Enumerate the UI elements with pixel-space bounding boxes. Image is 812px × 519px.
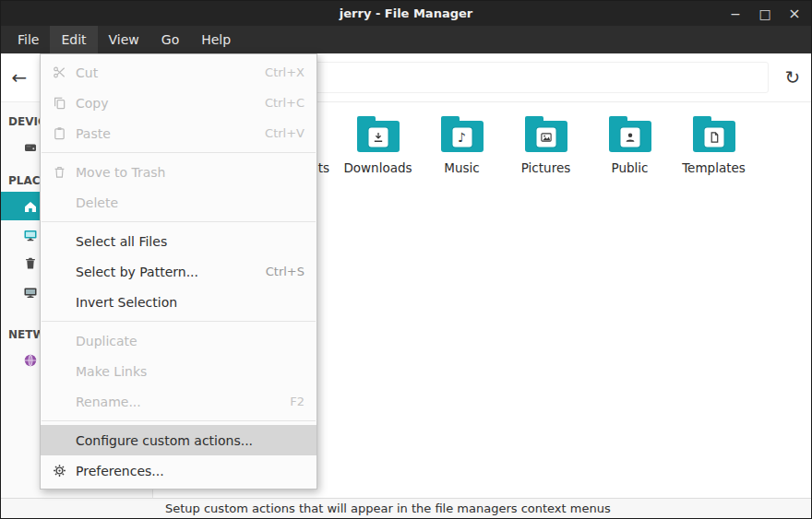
menu-item-label: Cut	[76, 65, 98, 80]
folder-icon	[357, 121, 400, 152]
menu-item-duplicate: Duplicate	[41, 325, 316, 356]
menu-edit[interactable]: Edit	[50, 26, 97, 53]
window-controls: − □ ×	[728, 1, 802, 26]
file-label: Templates	[682, 160, 746, 175]
file-item-downloads[interactable]: Downloads	[336, 114, 420, 175]
file-item-music[interactable]: ♪ Music	[420, 114, 504, 175]
menu-item-accel: F2	[290, 395, 304, 408]
menu-item-paste: Paste Ctrl+V	[41, 118, 316, 148]
menu-item-label: Move to Trash	[76, 165, 166, 180]
menu-item-cut: Cut Ctrl+X	[41, 57, 316, 88]
menu-item-delete: Delete	[41, 187, 316, 218]
trash-icon	[49, 165, 70, 179]
menu-separator	[42, 420, 316, 421]
menu-item-accel: Ctrl+X	[265, 65, 304, 79]
trash-icon	[23, 256, 38, 271]
menu-item-label: Configure custom actions...	[76, 433, 253, 448]
menu-separator	[42, 221, 316, 222]
file-item-pictures[interactable]: Pictures	[504, 114, 588, 175]
menu-item-move-to-trash: Move to Trash	[41, 157, 316, 187]
file-item-public[interactable]: Public	[588, 114, 672, 175]
menu-separator	[42, 152, 316, 153]
menu-item-accel: Ctrl+C	[265, 96, 304, 110]
templates-emblem-icon	[704, 127, 723, 147]
menu-item-label: Invert Selection	[76, 295, 177, 310]
back-icon[interactable]: ←	[1, 61, 38, 94]
menu-item-invert-selection[interactable]: Invert Selection	[41, 287, 316, 317]
home-icon	[23, 199, 38, 214]
statusbar-text: Setup custom actions that will appear in…	[165, 501, 611, 515]
menu-item-rename: Rename... F2	[41, 386, 316, 417]
edit-menu-dropdown: Cut Ctrl+X Copy Ctrl+C Paste Ctrl+V Move…	[40, 53, 317, 490]
maximize-icon[interactable]: □	[758, 6, 772, 21]
file-manager-window: jerry - File Manager − □ × File Edit Vie…	[0, 0, 812, 519]
menu-item-label: Delete	[76, 195, 118, 210]
menu-item-select-by-pattern[interactable]: Select by Pattern... Ctrl+S	[41, 256, 316, 287]
paste-icon	[49, 126, 70, 140]
desktop-icon	[23, 228, 38, 242]
menu-item-label: Preferences...	[76, 464, 164, 478]
menu-go[interactable]: Go	[150, 26, 190, 53]
menu-item-label: Make Links	[76, 364, 147, 379]
file-label: Downloads	[343, 160, 412, 175]
menu-item-label: Rename...	[76, 395, 141, 409]
folder-icon	[525, 121, 567, 152]
menu-item-make-links: Make Links	[41, 356, 316, 386]
menu-item-accel: Ctrl+S	[266, 265, 304, 278]
menu-item-select-all-files[interactable]: Select all Files	[41, 226, 316, 256]
folder-icon	[609, 121, 651, 152]
menu-item-configure-custom-actions[interactable]: Configure custom actions...	[41, 425, 316, 455]
menu-item-accel: Ctrl+V	[265, 126, 304, 140]
menu-item-label: Copy	[76, 96, 109, 111]
gear-icon	[49, 464, 70, 478]
downloads-emblem-icon	[368, 127, 388, 147]
file-label: Public	[612, 160, 649, 175]
cut-icon	[49, 65, 70, 79]
close-icon[interactable]: ×	[787, 5, 802, 22]
menu-item-label: Select by Pattern...	[76, 265, 198, 279]
music-emblem-icon: ♪	[452, 127, 472, 147]
file-item-templates[interactable]: Templates	[672, 114, 756, 175]
folder-icon: ♪	[441, 121, 484, 152]
file-label: Music	[444, 160, 479, 175]
menu-item-label: Select all Files	[76, 234, 167, 249]
menu-separator	[42, 321, 316, 322]
harddisk-icon	[23, 140, 38, 155]
folder-icon	[693, 121, 735, 152]
public-emblem-icon	[620, 127, 639, 147]
menu-item-copy: Copy Ctrl+C	[41, 88, 316, 118]
menu-item-label: Duplicate	[76, 334, 137, 348]
reload-icon[interactable]: ↻	[774, 61, 811, 94]
menubar: File Edit View Go Help	[1, 26, 811, 53]
titlebar: jerry - File Manager − □ ×	[1, 1, 811, 26]
network-globe-icon	[23, 353, 38, 368]
window-title: jerry - File Manager	[340, 6, 472, 20]
copy-icon	[49, 96, 70, 110]
menu-item-label: Paste	[76, 126, 111, 141]
menu-help[interactable]: Help	[190, 26, 242, 53]
pictures-emblem-icon	[536, 127, 555, 147]
minimize-icon[interactable]: −	[728, 6, 743, 21]
statusbar: Setup custom actions that will appear in…	[1, 498, 811, 518]
menu-item-preferences[interactable]: Preferences...	[41, 455, 316, 486]
menu-view[interactable]: View	[98, 26, 150, 53]
file-label: Pictures	[521, 160, 570, 175]
computer-icon	[23, 285, 38, 300]
menu-file[interactable]: File	[6, 26, 50, 53]
